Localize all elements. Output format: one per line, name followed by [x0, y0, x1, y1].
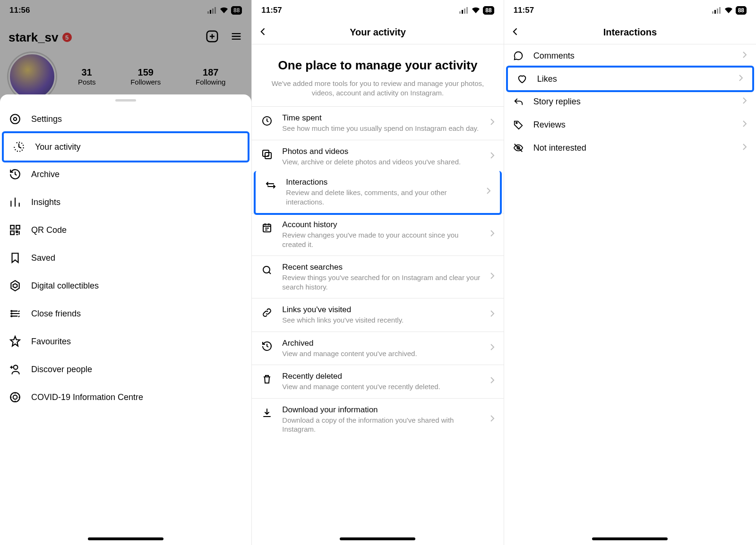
- chevron-right-icon: [490, 151, 495, 162]
- activity-item-title: Interactions: [286, 178, 477, 187]
- page-title: Your activity: [350, 27, 406, 38]
- status-right: 88: [712, 6, 747, 15]
- menu-your-activity[interactable]: Your activity: [2, 131, 249, 162]
- activity-time-spent[interactable]: Time spent See how much time you usually…: [252, 106, 503, 140]
- activity-item-title: Links you've visited: [282, 305, 481, 315]
- activity-recent-searches[interactable]: Recent searches Review things you've sea…: [252, 255, 503, 298]
- status-right: 88: [459, 6, 494, 15]
- phone-profile-menu: 11:56 88 stark_sv 5 31Posts 159Fo: [0, 0, 252, 545]
- settings-icon: [9, 112, 22, 126]
- interaction-label: Not interested: [533, 143, 732, 153]
- activity-interactions[interactable]: Interactions Review and delete likes, co…: [254, 171, 501, 215]
- interaction-story-replies[interactable]: Story replies: [504, 90, 756, 113]
- status-time: 11:57: [514, 6, 534, 15]
- menu-label: QR Code: [31, 225, 243, 235]
- battery-icon: 88: [736, 6, 747, 15]
- links-visited-icon: [260, 306, 274, 319]
- svg-rect-9: [10, 231, 14, 235]
- interaction-comments[interactable]: Comments: [504, 44, 756, 68]
- interaction-label: Story replies: [533, 97, 732, 107]
- reviews-icon: [513, 119, 524, 130]
- svg-point-5: [10, 114, 20, 124]
- archived-icon: [260, 340, 274, 353]
- menu-favourites[interactable]: Favourites: [0, 328, 251, 356]
- svg-point-6: [14, 118, 17, 121]
- chevron-right-icon: [490, 272, 495, 282]
- menu-covid-centre[interactable]: COVID-19 Information Centre: [0, 383, 251, 411]
- photos-videos-icon: [260, 148, 274, 161]
- interaction-likes[interactable]: Likes: [506, 66, 754, 92]
- menu-close-friends[interactable]: Close friends: [0, 300, 251, 328]
- svg-point-29: [516, 122, 517, 124]
- activity-recently-deleted[interactable]: Recently deleted View and manage content…: [252, 365, 503, 398]
- interaction-reviews[interactable]: Reviews: [504, 113, 756, 136]
- svg-point-10: [11, 311, 12, 312]
- chevron-right-icon: [490, 414, 495, 425]
- activity-account-history[interactable]: Account history Review changes you've ma…: [252, 213, 503, 255]
- svg-rect-7: [10, 225, 14, 229]
- qr-code-icon: [9, 223, 22, 237]
- back-button[interactable]: [511, 26, 520, 39]
- svg-rect-17: [462, 10, 463, 14]
- activity-links-visited[interactable]: Links you've visited See which links you…: [252, 298, 503, 332]
- svg-point-15: [13, 395, 17, 400]
- svg-rect-19: [466, 7, 468, 14]
- menu-saved[interactable]: Saved: [0, 244, 251, 272]
- menu-qr-code[interactable]: QR Code: [0, 216, 251, 244]
- discover-people-icon: [9, 363, 22, 376]
- menu-label: COVID-19 Information Centre: [31, 392, 243, 402]
- menu-label: Archive: [31, 170, 243, 179]
- chevron-right-icon: [738, 74, 744, 85]
- menu-label: Discover people: [31, 365, 243, 375]
- activity-item-title: Recent searches: [282, 263, 481, 272]
- saved-icon: [9, 251, 22, 264]
- svg-rect-18: [464, 9, 465, 14]
- your-activity-icon: [12, 140, 26, 153]
- activity-item-sub: See which links you've visited recently.: [282, 315, 481, 325]
- chevron-right-icon: [742, 96, 747, 107]
- comments-icon: [513, 50, 524, 61]
- menu-archive[interactable]: Archive: [0, 161, 251, 188]
- account-history-icon: [260, 221, 274, 234]
- chevron-right-icon: [490, 309, 495, 320]
- archive-icon: [9, 168, 22, 181]
- home-indicator[interactable]: [340, 537, 415, 540]
- activity-download-info[interactable]: Download your information Download a cop…: [252, 398, 503, 441]
- home-indicator[interactable]: [88, 537, 163, 540]
- svg-point-14: [10, 392, 20, 402]
- home-indicator[interactable]: [592, 537, 668, 540]
- activity-item-title: Download your information: [282, 405, 481, 415]
- recent-searches-icon: [260, 264, 274, 277]
- menu-label: Your activity: [35, 142, 239, 152]
- menu-discover-people[interactable]: Discover people: [0, 356, 251, 383]
- chevron-right-icon: [490, 376, 495, 387]
- time-spent-icon: [260, 114, 274, 128]
- activity-item-title: Photos and videos: [282, 147, 481, 156]
- activity-photos-videos[interactable]: Photos and videos View, archive or delet…: [252, 140, 503, 173]
- activity-item-sub: View, archive or delete photos and video…: [282, 157, 481, 167]
- back-button[interactable]: [258, 26, 268, 39]
- activity-item-title: Archived: [282, 339, 481, 348]
- activity-item-sub: Download a copy of the information you'v…: [282, 416, 481, 434]
- menu-settings[interactable]: Settings: [0, 105, 251, 133]
- profile-menu-sheet: Settings Your activity Archive Insights …: [0, 94, 251, 545]
- likes-icon: [516, 73, 528, 85]
- phone-your-activity: 11:57 88 Your activity One place to mana…: [252, 0, 504, 545]
- menu-insights[interactable]: Insights: [0, 188, 251, 216]
- insights-icon: [9, 196, 22, 209]
- download-info-icon: [260, 406, 274, 419]
- recently-deleted-icon: [260, 373, 274, 386]
- menu-digital-collectibles[interactable]: Digital collectibles: [0, 272, 251, 300]
- interaction-label: Reviews: [533, 120, 732, 130]
- activity-archived[interactable]: Archived View and manage content you've …: [252, 332, 503, 365]
- sheet-grab-handle[interactable]: [115, 99, 136, 102]
- activity-item-sub: See how much time you usually spend on I…: [282, 124, 481, 133]
- interaction-not-interested[interactable]: Not interested: [504, 136, 756, 160]
- covid-centre-icon: [9, 391, 22, 404]
- menu-label: Saved: [31, 253, 243, 263]
- activity-item-sub: Review things you've searched for on Ins…: [282, 273, 481, 291]
- activity-subtext: We've added more tools for you to review…: [265, 79, 490, 98]
- chevron-right-icon: [742, 119, 747, 130]
- chevron-right-icon: [486, 187, 491, 197]
- chevron-right-icon: [490, 229, 495, 240]
